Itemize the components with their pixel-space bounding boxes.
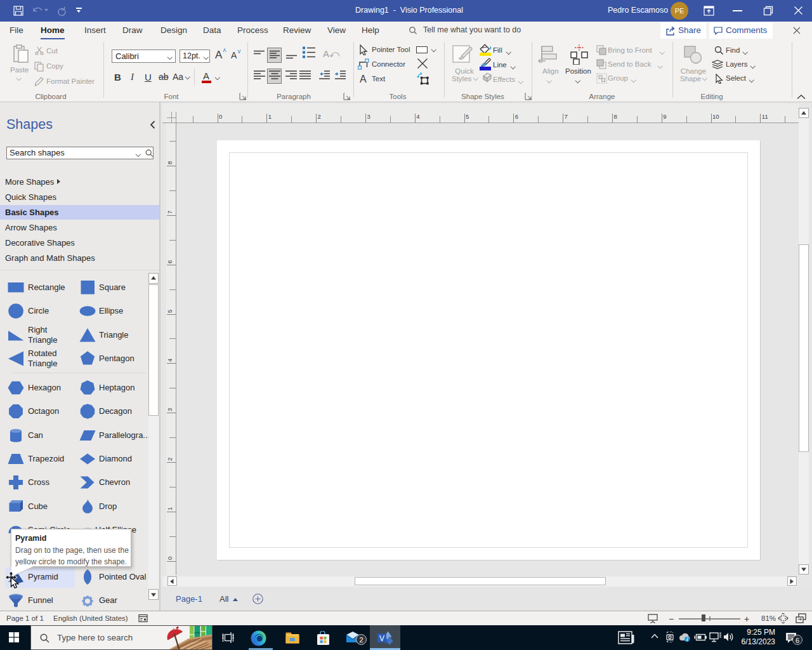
svg-text:V: V xyxy=(379,634,384,643)
